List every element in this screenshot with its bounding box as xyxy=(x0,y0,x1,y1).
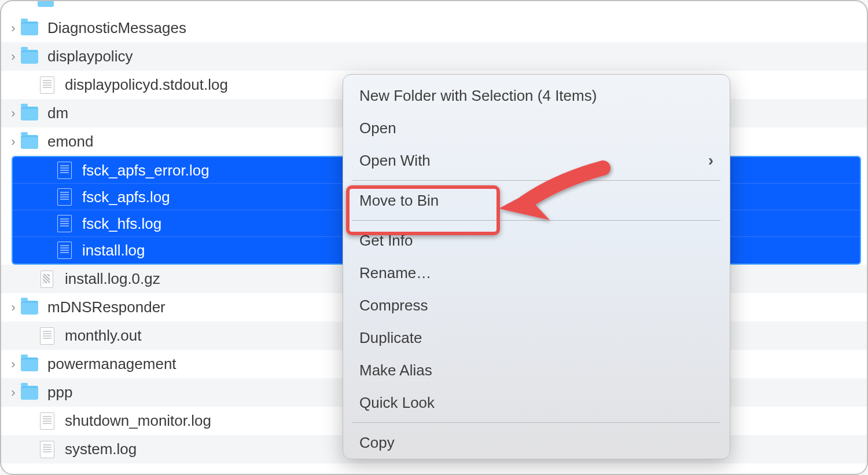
document-icon xyxy=(38,441,56,458)
chevron-right-icon: › xyxy=(708,151,713,170)
disclosure-chevron-icon[interactable]: › xyxy=(8,21,19,36)
menu-separator xyxy=(352,422,720,423)
menu-separator xyxy=(352,180,720,181)
menu-item[interactable]: Get Info xyxy=(343,224,730,257)
folder-icon xyxy=(21,20,38,37)
disclosure-chevron-icon[interactable]: › xyxy=(8,134,19,149)
item-name: DiagnosticMessages xyxy=(47,19,186,37)
menu-item[interactable]: Open With› xyxy=(343,144,730,177)
item-name: system.log xyxy=(65,440,137,458)
menu-item[interactable]: Copy xyxy=(343,426,730,459)
list-item[interactable]: ›displaypolicy xyxy=(1,42,867,71)
folder-icon xyxy=(21,48,38,65)
context-menu: New Folder with Selection (4 Items)OpenO… xyxy=(343,74,730,459)
menu-separator xyxy=(352,220,720,221)
menu-item[interactable]: Quick Look xyxy=(343,386,730,419)
menu-item[interactable]: Rename… xyxy=(343,257,730,289)
menu-item-label: Open xyxy=(359,119,396,137)
folder-icon xyxy=(21,384,38,401)
item-name: displaypolicyd.stdout.log xyxy=(65,76,228,94)
item-name: fsck_apfs.log xyxy=(82,188,170,206)
menu-item-label: Rename… xyxy=(359,264,431,282)
menu-item[interactable]: Compress xyxy=(343,289,730,321)
item-name: emond xyxy=(47,133,94,151)
item-name: install.log.0.gz xyxy=(65,270,160,288)
item-name: dm xyxy=(47,104,68,122)
menu-item[interactable]: Duplicate xyxy=(343,321,730,354)
disclosure-chevron-icon[interactable]: › xyxy=(8,357,19,372)
menu-item-label: New Folder with Selection (4 Items) xyxy=(359,87,597,105)
disclosure-chevron-icon[interactable]: › xyxy=(8,49,19,64)
archive-icon xyxy=(38,271,56,288)
document-icon xyxy=(56,215,73,232)
menu-item-label: Make Alias xyxy=(359,361,432,379)
document-icon xyxy=(56,162,73,179)
document-icon xyxy=(56,242,73,259)
menu-item-label: Quick Look xyxy=(359,394,435,412)
folder-icon xyxy=(21,356,38,373)
item-name: fsck_apfs_error.log xyxy=(82,162,209,180)
item-name: install.log xyxy=(82,242,145,260)
document-icon xyxy=(38,327,56,345)
menu-item-label: Copy xyxy=(359,434,395,452)
folder-icon xyxy=(21,133,38,151)
document-icon xyxy=(38,412,56,430)
menu-item-label: Compress xyxy=(359,297,428,315)
item-name: mDNSResponder xyxy=(47,298,165,316)
menu-item-label: Get Info xyxy=(359,232,413,250)
menu-item[interactable]: Open xyxy=(343,112,730,144)
folder-icon xyxy=(21,105,38,122)
item-name: powermanagement xyxy=(47,355,176,373)
menu-item[interactable]: Make Alias xyxy=(343,354,730,386)
disclosure-chevron-icon[interactable]: › xyxy=(8,385,19,400)
document-icon xyxy=(56,188,73,206)
disclosure-chevron-icon[interactable]: › xyxy=(8,300,19,315)
document-icon xyxy=(38,76,56,94)
list-item xyxy=(1,1,867,14)
menu-item-label: Open With xyxy=(359,152,431,170)
menu-item-label: Duplicate xyxy=(359,329,422,347)
menu-item[interactable]: New Folder with Selection (4 Items) xyxy=(343,79,730,112)
item-name: displaypolicy xyxy=(47,48,133,65)
item-name: monthly.out xyxy=(65,327,141,345)
item-name: ppp xyxy=(47,383,72,401)
item-name: fsck_hfs.log xyxy=(82,215,161,233)
disclosure-chevron-icon[interactable]: › xyxy=(8,106,19,121)
menu-item[interactable]: Move to Bin xyxy=(343,184,730,217)
folder-icon xyxy=(38,1,54,7)
finder-window: ›DiagnosticMessages›displaypolicy›displa… xyxy=(0,0,868,475)
menu-item-label: Move to Bin xyxy=(359,192,439,210)
list-item[interactable]: ›DiagnosticMessages xyxy=(1,14,867,42)
folder-icon xyxy=(21,299,38,316)
item-name: shutdown_monitor.log xyxy=(65,412,211,430)
